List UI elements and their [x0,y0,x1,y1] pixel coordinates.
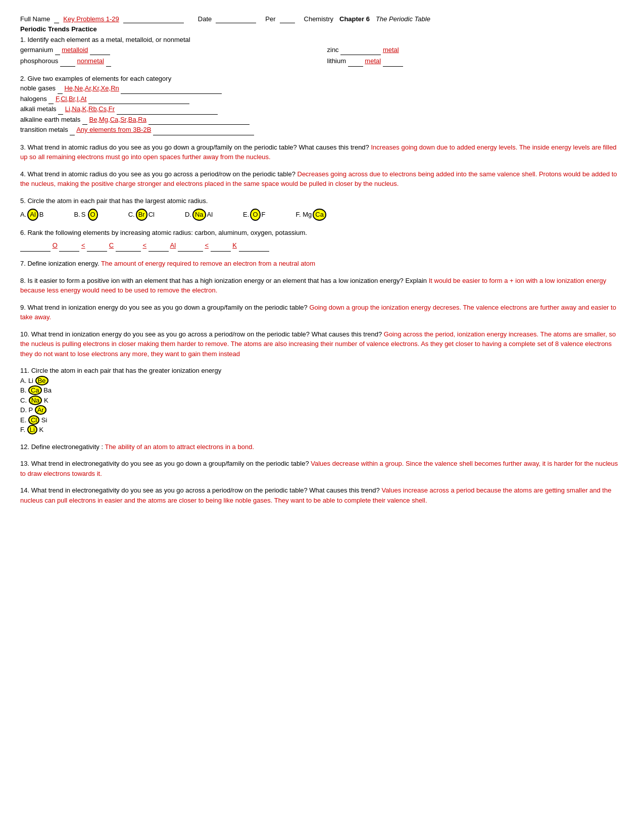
q11-d-circled: Ar [35,405,46,415]
question-8: 8. Is it easier to form a positive ion w… [20,276,624,296]
q2-noble: noble gases He,Ne,Ar,Kr,Xe,Rn [20,83,624,94]
q12-answer: The ability of an atom to attract electr… [105,443,254,451]
q7-text: 7. Define ionization energy. [20,260,100,267]
q1-lithium: lithium metal [327,56,624,67]
full-name-label: Full Name [20,15,50,23]
q11-e-circled: Cl [28,415,39,425]
chapter-label: Chapter 6 [339,15,370,23]
q11-a-circled: Be [35,376,48,385]
question-14: 14. What trend in electronegativity do y… [20,485,624,505]
q5-pair-f: F. Mg Ca [295,209,326,221]
question-13: 13. What trend in electronegativity do y… [20,459,624,478]
question-7: 7. Define ionization energy. The amount … [20,259,624,269]
q11-pair-e: E. Cl Si [20,415,624,425]
q14-text: 14. What trend in electronegativity do y… [20,486,380,494]
name-underline [54,15,59,23]
question-9: 9. What trend in ionization energy do yo… [20,303,624,322]
q5-c-circled: Br [136,209,147,221]
q11-c-circled: Na [29,396,42,405]
question-11: 11. Circle the atom in each pair that ha… [20,366,624,435]
q11-text: 11. Circle the atom in each pair that ha… [20,366,624,376]
header: Full Name Key Problems 1-29 Date Per Che… [20,15,624,23]
q5-d-circled: Na [192,209,206,221]
q1-zinc: zinc metal [327,45,624,56]
q5-b-circled: O [88,209,98,221]
q12-text: 12. Define electronegativity : [20,443,103,451]
q2-alkali: alkali metals Li,Na,K,Rb,Cs,Fr [20,104,624,115]
chapter-title: The Periodic Table [376,15,430,23]
question-2: 2. Give two examples of elements for eac… [20,74,624,135]
q5-a-circled: Al [27,209,38,221]
q5-pair-c: C. Br Cl [128,209,155,221]
q6-text: 6. Rank the following elements by increa… [20,228,624,238]
q7-answer: The amount of energy required to remove … [101,260,315,267]
per-label: Per [265,15,275,23]
date-label: Date [198,15,212,23]
section-title: Periodic Trends Practice [20,25,624,33]
q9-text: 9. What trend in ionization energy do yo… [20,304,308,311]
q2-text: 2. Give two examples of elements for eac… [20,74,624,84]
q5-f-circled: Ca [313,209,326,221]
question-12: 12. Define electronegativity : The abili… [20,442,624,452]
q5-pair-d: D. Na Al [185,209,213,221]
q1-phosphorous: phosphorous nonmetal [20,56,317,67]
course-label: Chemistry [304,15,334,23]
q5-pair-b: B. S O [74,209,98,221]
q10-text: 10. What trend in ionization energy do y… [20,330,382,338]
q8-text: 8. Is it easier to form a positive ion w… [20,277,427,284]
question-5: 5. Circle the atom in each pair that has… [20,196,624,221]
q11-pair-d: D. P Ar [20,405,624,415]
question-10: 10. What trend in ionization energy do y… [20,329,624,359]
q11-pair-a: A. Li Be [20,376,624,386]
q13-text: 13. What trend in electronegativity do y… [20,460,309,467]
q11-f-circled: Li [27,425,37,434]
q11-b-circled: Ca [28,385,42,395]
q3-text: 3. What trend in atomic radius do you se… [20,143,369,151]
q6-ranking: O < C < Al < K [20,239,624,252]
q1-answers: germanium metalloid zinc metal phosphoro… [20,45,624,67]
q4-text: 4. What trend in atomic radius do you se… [20,170,295,178]
q11-pair-c: C. Na K [20,396,624,406]
name-after-underline [123,15,184,23]
question-3: 3. What trend in atomic radius do you se… [20,142,624,162]
question-4: 4. What trend in atomic radius do you se… [20,169,624,189]
q5-pair-e: E. O F [243,209,265,221]
q2-alkaline: alkaline earth metals Be,Mg,Ca,Sr,Ba,Ra [20,115,624,125]
q5-pairs: A. Al B B. S O C. Br Cl D. Na Al E. O F [20,209,624,221]
q5-text: 5. Circle the atom in each pair that has… [20,196,624,206]
q5-pair-a: A. Al B [20,209,44,221]
name-value: Key Problems 1-29 [63,15,119,23]
q5-e-circled: O [250,209,260,221]
q2-transition: transition metals Any elements from 3B-2… [20,125,624,135]
q11-pair-f: F. Li K [20,425,624,435]
q1-text: 1. Identify each element as a metal, met… [20,35,624,45]
q2-halogens: halogens F,Cl,Br,I,At [20,94,624,105]
question-1: 1. Identify each element as a metal, met… [20,35,624,67]
q11-pair-b: B. Ca Ba [20,385,624,396]
q1-germanium: germanium metalloid [20,45,317,56]
question-6: 6. Rank the following elements by increa… [20,228,624,252]
